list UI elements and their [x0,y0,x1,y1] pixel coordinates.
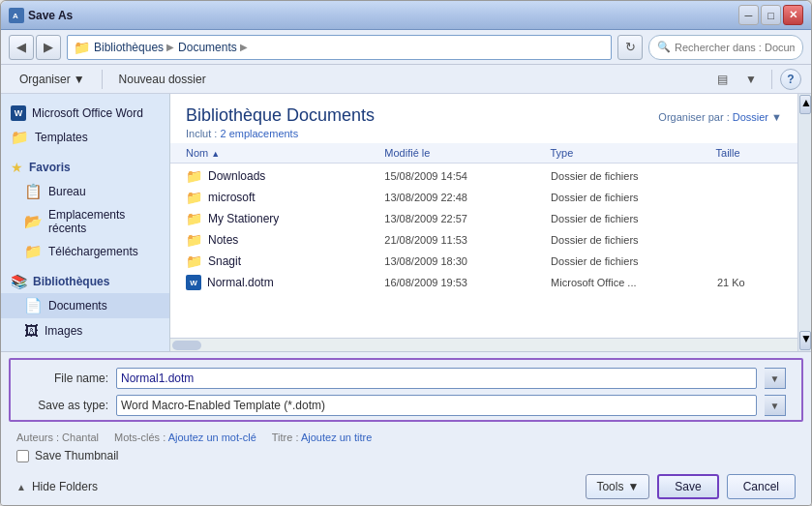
buttons-row: ▲ Hide Folders Tools ▼ Save Cancel [1,468,811,505]
file-rows: 📁 Downloads 15/08/2009 14:54 Dossier de … [170,164,797,338]
path-root: Bibliothèques ▶ [94,41,174,54]
file-name-cell: 📁 Notes [186,232,380,248]
filename-label: File name: [26,372,108,385]
table-row[interactable]: W Normal.dotm 16/08/2009 19:53 Microsoft… [170,272,797,293]
file-date-cell: 16/08/2009 19:53 [384,277,547,288]
file-size-cell: 21 Ko [717,277,782,288]
organize-button[interactable]: Organiser ▼ [11,68,94,91]
file-type-cell: Dossier de fichiers [551,192,713,203]
save-as-dialog: A Save As ─ □ ✕ ◀ ▶ 📁 Bibliothèques ▶ Do… [0,0,812,506]
view-button[interactable]: ▤ [709,68,735,91]
file-name-cell: 📁 Snagit [186,253,380,269]
view-arrow-button[interactable]: ▼ [738,68,764,91]
search-input[interactable] [675,42,795,53]
search-box: 🔍 [648,35,803,60]
table-row[interactable]: 📁 Notes 21/08/2009 11:53 Dossier de fich… [170,229,797,251]
star-icon: ★ [11,160,23,175]
h-scrollbar[interactable] [172,341,201,350]
tools-button[interactable]: Tools ▼ [586,474,649,499]
refresh-button[interactable]: ↻ [617,35,643,60]
hide-folders-button[interactable]: ▲ Hide Folders [16,480,98,493]
file-type-cell: Microsoft Office ... [551,277,713,288]
col-name-header[interactable]: Nom ▲ [186,147,384,159]
folder-icon: 📁 [186,232,202,248]
toolbar-separator2 [771,70,772,89]
save-button[interactable]: Save [657,474,718,499]
sidebar-item-images[interactable]: 🖼 Images [1,318,169,342]
file-name-cell: 📁 Downloads [186,168,380,184]
library-icon: 📚 [11,274,27,289]
keywords-link[interactable]: Ajoutez un mot-clé [168,432,256,443]
word-file-icon: W [186,275,201,290]
file-date-cell: 13/08/2009 22:48 [384,192,547,203]
table-row[interactable]: 📁 My Stationery 13/08/2009 22:57 Dossier… [170,208,797,229]
sidebar-item-templates[interactable]: 📁 Templates [1,125,169,150]
metadata-row: Auteurs : Chantal Mots-clés : Ajoutez un… [1,428,811,447]
col-size-header: Taille [716,147,782,159]
thumbnail-row: Save Thumbnail [1,447,811,468]
file-type-cell: Dossier de fichiers [551,255,713,267]
file-date-cell: 13/08/2009 18:30 [384,255,547,267]
back-button[interactable]: ◀ [9,35,34,60]
documents-icon: 📄 [24,297,43,314]
new-folder-button[interactable]: Nouveau dossier [110,68,215,91]
savetype-input[interactable] [116,395,757,416]
toolbar-separator [102,70,103,89]
toolbar: Organiser ▼ Nouveau dossier ▤ ▼ ? [1,65,811,94]
organize-by: Organiser par : Dossier ▼ [658,111,782,123]
title-link[interactable]: Ajoutez un titre [301,432,372,443]
organize-by-link[interactable]: Dossier [733,111,768,123]
folder-icon: 📁 [74,40,90,55]
filename-input[interactable] [116,368,757,389]
file-name-cell: W Normal.dotm [186,275,380,290]
scrollbar-up[interactable]: ▲ [799,95,811,114]
locations-link[interactable]: 2 emplacements [220,128,298,139]
savetype-label: Save as type: [26,399,108,412]
authors-meta: Auteurs : Chantal [16,432,99,443]
file-name-cell: 📁 My Stationery [186,211,380,226]
sidebar-item-downloads[interactable]: 📁 Téléchargements [1,239,169,264]
close-button[interactable]: ✕ [783,5,803,25]
thumbnail-checkbox[interactable] [16,450,29,462]
sidebar: W Microsoft Office Word 📁 Templates ★ Fa… [1,94,170,351]
table-row[interactable]: 📁 Downloads 15/08/2009 14:54 Dossier de … [170,165,797,187]
filename-section: File name: ▼ Save as type: ▼ [9,358,803,422]
window-controls: ─ □ ✕ [738,5,803,25]
file-type-cell: Dossier de fichiers [551,213,713,224]
main-content: W Microsoft Office Word 📁 Templates ★ Fa… [1,94,811,351]
minimize-button[interactable]: ─ [738,5,759,25]
maximize-button[interactable]: □ [761,5,781,25]
recent-icon: 📂 [24,213,43,230]
sidebar-item-bureau[interactable]: 📋 Bureau [1,179,169,204]
scrollbar-down[interactable]: ▼ [799,331,811,350]
title-meta: Titre : Ajoutez un titre [272,432,373,443]
cancel-button[interactable]: Cancel [727,474,796,499]
table-row[interactable]: 📁 microsoft 13/08/2009 22:48 Dossier de … [170,187,797,208]
thumbnail-label: Save Thumbnail [35,449,119,462]
folder-icon: 📁 [186,168,202,184]
sidebar-item-word[interactable]: W Microsoft Office Word [1,102,169,125]
file-date-cell: 13/08/2009 22:57 [384,213,547,224]
sidebar-favorites-header: ★ Favoris [1,156,169,179]
table-row[interactable]: 📁 Snagit 13/08/2009 18:30 Dossier de fic… [170,251,797,272]
file-list: Bibliothèque Documents Inclut : 2 emplac… [170,94,797,351]
help-button[interactable]: ? [780,69,801,90]
filename-dropdown[interactable]: ▼ [765,368,786,389]
folder-icon: 📁 [11,129,29,146]
address-path[interactable]: 📁 Bibliothèques ▶ Documents ▶ [67,35,612,60]
sidebar-item-documents[interactable]: 📄 Documents [1,293,169,318]
folder-icon: 📁 [24,243,43,260]
file-list-header: Bibliothèque Documents Inclut : 2 emplac… [170,94,797,143]
savetype-dropdown[interactable]: ▼ [765,395,786,416]
bottom-section: File name: ▼ Save as type: ▼ Auteurs : C… [1,351,811,505]
hide-folders-arrow: ▲ [16,482,26,492]
v-scrollbar-area: ▲ ▼ [797,94,811,351]
search-icon: 🔍 [657,41,671,53]
tools-arrow-icon: ▼ [627,480,639,493]
forward-button[interactable]: ▶ [36,35,61,60]
images-icon: 🖼 [24,322,39,339]
folder-icon: 📋 [24,183,43,200]
sidebar-item-recent[interactable]: 📂 Emplacements récents [1,204,169,239]
library-title: Bibliothèque Documents [186,105,375,126]
folder-icon: 📁 [186,211,202,226]
